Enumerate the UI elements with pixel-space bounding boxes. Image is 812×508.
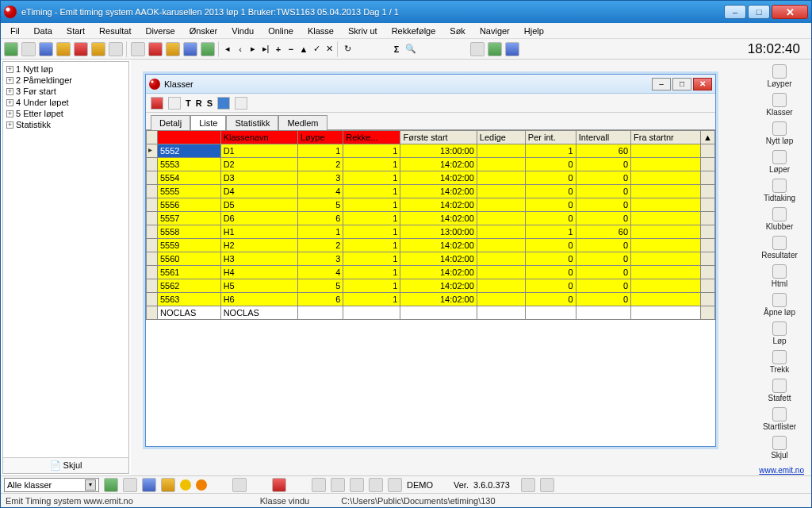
cell[interactable]: 5556 <box>158 198 221 212</box>
cell[interactable]: 1 <box>343 239 400 252</box>
cell[interactable]: H3 <box>220 252 297 266</box>
cell[interactable]: 13:00:00 <box>400 144 477 158</box>
tool-letter[interactable]: S <box>207 98 213 108</box>
tree-item[interactable]: +Statistikk <box>5 119 127 130</box>
cell[interactable]: D2 <box>220 158 297 171</box>
menu-diverse[interactable]: Diverse <box>140 25 179 37</box>
cell[interactable] <box>631 239 701 252</box>
dropdown-arrow-icon[interactable]: ▾ <box>85 479 96 491</box>
col-header[interactable]: Ledige <box>477 131 525 144</box>
toolbar-button[interactable] <box>183 42 197 56</box>
cell[interactable] <box>298 306 343 320</box>
child-maximize-button[interactable]: □ <box>672 78 691 90</box>
cell[interactable]: NOCLAS <box>158 306 221 320</box>
toolbar-button[interactable] <box>201 42 215 56</box>
cell[interactable]: 14:02:00 <box>400 239 477 252</box>
menu-ønsker[interactable]: Ønsker <box>185 25 222 37</box>
cell[interactable] <box>525 306 576 320</box>
shortcut-startlister[interactable]: Startlister <box>750 407 809 431</box>
shortcut-stafett[interactable]: Stafett <box>750 379 809 402</box>
row-indicator[interactable] <box>147 279 158 293</box>
maximize-button[interactable]: □ <box>748 5 770 19</box>
bottom-button[interactable] <box>272 478 286 492</box>
shortcut-klubber[interactable]: Klubber <box>750 207 809 231</box>
row-indicator[interactable] <box>147 198 158 212</box>
grid-icon[interactable] <box>217 97 230 110</box>
toolbar-button[interactable] <box>4 42 18 56</box>
cell[interactable]: 5558 <box>158 225 221 239</box>
cell[interactable]: 0 <box>576 239 630 252</box>
nav-last-icon[interactable]: ▸| <box>261 44 270 54</box>
toolbar-button[interactable] <box>21 42 36 56</box>
refresh-icon[interactable]: ↻ <box>342 44 353 54</box>
row-indicator[interactable] <box>147 212 158 225</box>
cell[interactable]: 14:02:00 <box>400 185 477 198</box>
toolbar-button[interactable] <box>148 42 163 56</box>
moon-icon[interactable] <box>180 479 191 491</box>
shortcut-nytt-løp[interactable]: Nytt løp <box>750 121 809 145</box>
cell[interactable] <box>477 158 525 171</box>
cell[interactable]: 14:02:00 <box>400 252 477 266</box>
toolbar-button[interactable] <box>74 42 88 56</box>
sun-icon[interactable] <box>196 479 207 491</box>
cell[interactable]: D5 <box>220 198 297 212</box>
cell[interactable]: H1 <box>220 225 297 239</box>
grid-area[interactable]: KlassenavnLøypeRekke...Første startLedig… <box>146 130 715 446</box>
cell[interactable]: 0 <box>525 252 576 266</box>
shortcut-trekk[interactable]: Trekk <box>750 350 809 374</box>
tab-liste[interactable]: Liste <box>190 115 226 130</box>
cell[interactable] <box>631 198 701 212</box>
cell[interactable]: H4 <box>220 266 297 279</box>
shortcut-løp[interactable]: Løp <box>750 321 809 345</box>
cell[interactable]: D1 <box>220 144 297 158</box>
menu-skriv ut[interactable]: Skriv ut <box>343 25 382 37</box>
cell[interactable]: 0 <box>525 266 576 279</box>
bottom-button[interactable] <box>123 478 137 492</box>
cell[interactable]: 0 <box>525 171 576 185</box>
menu-fil[interactable]: Fil <box>6 25 25 37</box>
cell[interactable]: D4 <box>220 185 297 198</box>
cell[interactable]: 5552 <box>158 144 221 158</box>
cell[interactable]: 5 <box>298 198 343 212</box>
print-icon[interactable] <box>168 97 181 110</box>
cell[interactable]: D3 <box>220 171 297 185</box>
bottom-button[interactable] <box>232 478 247 492</box>
tab-statistikk[interactable]: Statistikk <box>226 115 278 130</box>
row-indicator[interactable] <box>147 144 158 158</box>
row-indicator[interactable] <box>147 185 158 198</box>
cell[interactable]: 0 <box>525 239 576 252</box>
cell[interactable] <box>477 239 525 252</box>
menu-naviger[interactable]: Naviger <box>475 25 515 37</box>
cell[interactable] <box>477 279 525 293</box>
cell[interactable]: 60 <box>576 144 630 158</box>
class-dropdown[interactable]: Alle klasser ▾ <box>4 478 99 492</box>
cell[interactable]: 14:02:00 <box>400 158 477 171</box>
cell[interactable]: 1 <box>343 279 400 293</box>
cell[interactable] <box>631 212 701 225</box>
cell[interactable]: 3 <box>298 171 343 185</box>
cell[interactable]: 2 <box>298 239 343 252</box>
check-icon[interactable]: ✓ <box>312 44 321 54</box>
cell[interactable]: 0 <box>525 158 576 171</box>
cell[interactable] <box>477 293 525 306</box>
cell[interactable] <box>477 306 525 320</box>
cell[interactable]: 0 <box>576 171 630 185</box>
bottom-button[interactable] <box>331 478 345 492</box>
menu-søk[interactable]: Søk <box>445 25 470 37</box>
cell[interactable] <box>477 171 525 185</box>
bottom-button[interactable] <box>388 478 402 492</box>
col-header[interactable]: Per int. <box>525 131 576 144</box>
cell[interactable]: H5 <box>220 279 297 293</box>
cell[interactable]: 14:02:00 <box>400 293 477 306</box>
tool-letter[interactable]: T <box>186 98 191 108</box>
cell[interactable]: 5557 <box>158 212 221 225</box>
klasser-grid[interactable]: KlassenavnLøypeRekke...Første startLedig… <box>146 130 715 320</box>
cell[interactable]: 5560 <box>158 252 221 266</box>
nav-play-icon[interactable]: ▸ <box>248 44 258 54</box>
cell[interactable] <box>477 185 525 198</box>
cell[interactable]: 2 <box>298 158 343 171</box>
tab-detalj[interactable]: Detalj <box>151 115 190 130</box>
tree-hide-button[interactable]: 📄 Skjul <box>3 457 128 473</box>
cell[interactable]: 5559 <box>158 239 221 252</box>
cell[interactable]: 5554 <box>158 171 221 185</box>
